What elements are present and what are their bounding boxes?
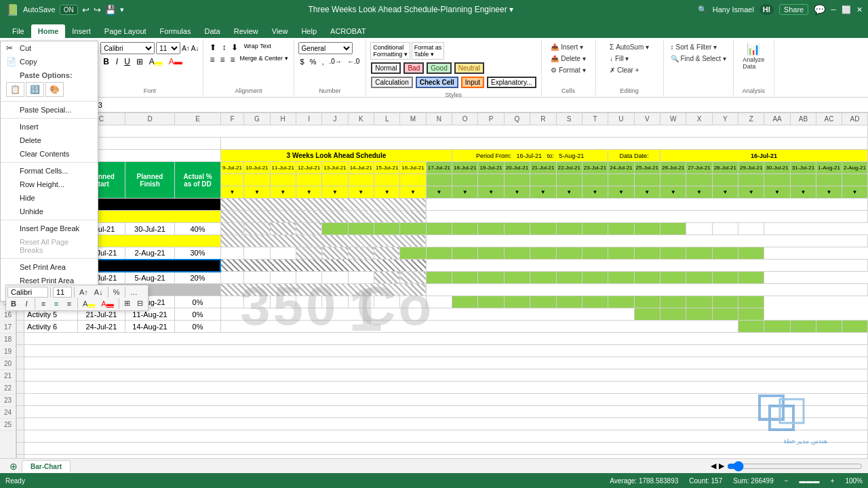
ctx-paste-options-label: Paste Options: [1,68,98,81]
ctx-reset-page-breaks: Reset All Page Breaks [1,235,98,257]
mini-sep3 [108,287,108,298]
ctx-row-height[interactable]: Row Height... [1,178,98,191]
mini-fill-color-btn[interactable]: A▬ [80,298,98,309]
mini-font-input[interactable] [7,287,48,298]
mini-toolbar-row2: B I ≡ ≡ ≡ A▬ A▬ ⊞ ⊟ [7,298,146,309]
paste-options-row: 📋 🔢 🎨 [1,81,98,100]
ctx-sep5 [1,258,98,259]
ctx-paste-special[interactable]: Paste Special... [1,103,98,117]
ctx-insert-page-break[interactable]: Insert Page Break [1,222,98,235]
mini-toolbar: A↑ A↓ % … B I ≡ ≡ ≡ A▬ A▬ ⊞ ⊟ [5,285,149,311]
mini-decrease-font[interactable]: A↓ [92,287,106,298]
ctx-insert[interactable]: Insert [1,120,98,134]
ctx-cut[interactable]: ✂ Cut [1,41,98,55]
ctx-sep3 [1,162,98,163]
paste-option-3[interactable]: 🎨 [45,82,64,97]
mini-align-left-btn[interactable]: ≡ [37,298,50,309]
mini-increase-font[interactable]: A↑ [77,287,91,298]
mini-sep1 [50,287,51,298]
ctx-sep1 [1,101,98,102]
mini-align-center-btn[interactable]: ≡ [50,298,62,309]
mini-sep4 [125,287,125,298]
ctx-hide[interactable]: Hide [1,191,98,205]
ctx-set-print-area[interactable]: Set Print Area [1,260,98,274]
context-menu: ✂ Cut 📄 Copy Paste Options: 📋 🔢 🎨 Paste … [0,41,98,302]
ctx-clear-contents[interactable]: Clear Contents [1,147,98,161]
context-menu-overlay[interactable]: ✂ Cut 📄 Copy Paste Options: 📋 🔢 🎨 Paste … [0,0,868,488]
mini-bold-btn[interactable]: B [7,298,20,309]
ctx-copy[interactable]: 📄 Copy [1,55,98,68]
ctx-delete[interactable]: Delete [1,134,98,147]
ctx-sep4 [1,220,98,220]
mini-sep7 [119,298,119,309]
ctx-format-cells[interactable]: Format Cells... [1,164,98,178]
ctx-sep2 [1,118,98,119]
mini-percent-btn[interactable]: % [111,287,123,298]
mini-merge-btn[interactable]: ⊟ [134,298,146,309]
mini-sep6 [77,298,78,309]
ctx-cut-icon: ✂ [6,43,13,53]
ctx-unhide[interactable]: Unhide [1,205,98,218]
mini-toolbar-row1: A↑ A↓ % … [7,287,146,298]
mini-italic-btn[interactable]: I [20,298,33,309]
mini-sep5 [35,298,35,309]
mini-size-input[interactable] [53,287,72,298]
mini-align-right-btn[interactable]: ≡ [63,298,75,309]
mini-font-color-btn[interactable]: A▬ [98,298,116,309]
paste-option-1[interactable]: 📋 [6,82,24,97]
ctx-copy-icon: 📄 [6,57,16,66]
mini-more-btn[interactable]: … [127,287,140,298]
mini-sep2 [74,287,75,298]
paste-option-2[interactable]: 🔢 [26,82,44,97]
mini-border-btn[interactable]: ⊞ [121,298,134,309]
